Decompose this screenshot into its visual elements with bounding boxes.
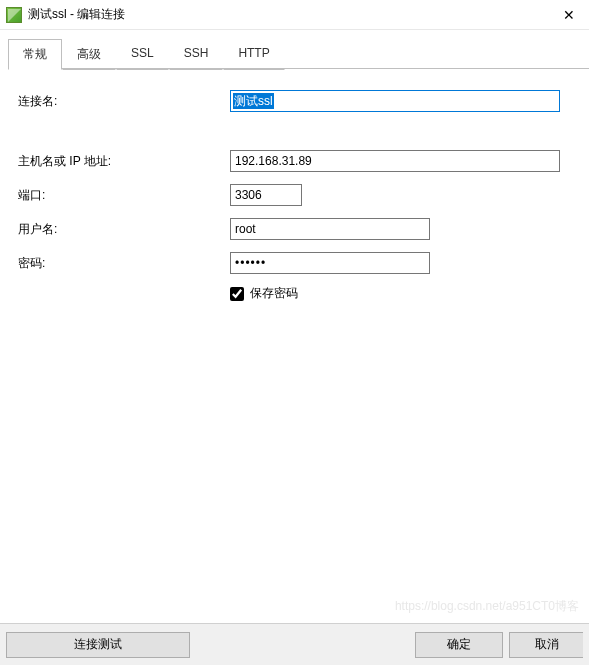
password-label: 密码:: [18, 255, 230, 272]
window-title: 测试ssl - 编辑连接: [28, 6, 125, 23]
panel-general: 连接名: 测试ssl 主机名或 IP 地址: 端口: 用户名: 密码: 保存密码: [0, 69, 589, 312]
user-input[interactable]: [230, 218, 430, 240]
user-label: 用户名:: [18, 221, 230, 238]
save-password-label: 保存密码: [250, 285, 298, 302]
host-label: 主机名或 IP 地址:: [18, 153, 230, 170]
port-label: 端口:: [18, 187, 230, 204]
connection-name-input[interactable]: [230, 90, 560, 112]
tab-general[interactable]: 常规: [8, 39, 62, 70]
app-icon: [6, 7, 22, 23]
test-connection-button[interactable]: 连接测试: [6, 632, 190, 658]
tab-advanced[interactable]: 高级: [62, 39, 116, 70]
tab-ssh[interactable]: SSH: [169, 39, 224, 70]
footer: 连接测试 确定 取消: [0, 623, 589, 665]
port-input[interactable]: [230, 184, 302, 206]
close-icon[interactable]: ✕: [549, 0, 589, 30]
connection-name-label: 连接名:: [18, 93, 230, 110]
tab-ssl[interactable]: SSL: [116, 39, 169, 70]
password-input[interactable]: [230, 252, 430, 274]
cancel-button[interactable]: 取消: [509, 632, 583, 658]
host-input[interactable]: [230, 150, 560, 172]
watermark: https://blog.csdn.net/a951CT0博客: [395, 598, 579, 615]
ok-button[interactable]: 确定: [415, 632, 503, 658]
save-password-checkbox[interactable]: [230, 287, 244, 301]
tab-http[interactable]: HTTP: [223, 39, 284, 70]
titlebar: 测试ssl - 编辑连接 ✕: [0, 0, 589, 30]
tab-bar: 常规 高级 SSL SSH HTTP: [8, 38, 589, 69]
